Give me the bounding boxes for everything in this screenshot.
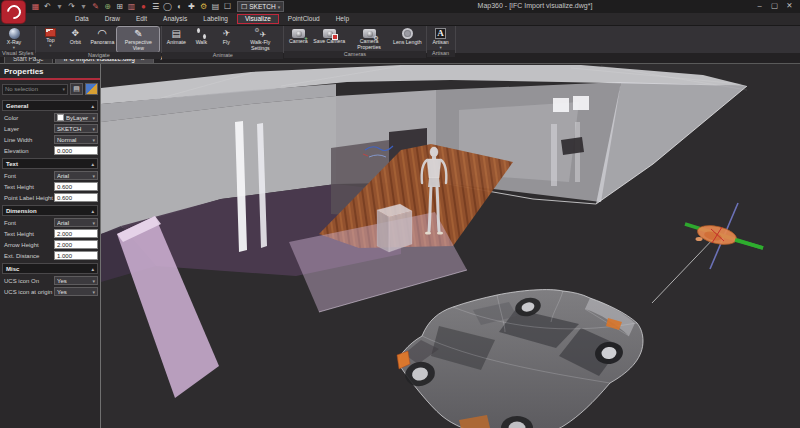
section-dimension: Dimension▴FontArial▾Text Height2.000Arro… xyxy=(0,205,100,261)
field-text-height: Text Height2.000 xyxy=(0,228,100,239)
viewport-canvas[interactable] xyxy=(101,64,800,428)
field-input-text-height[interactable]: 0.600 xyxy=(54,182,98,191)
window-title: Map360 - [IFC Import visualize.dwg*] xyxy=(340,2,730,9)
ribbon-button-walk-fly-settings[interactable]: Walk-Fly Settings xyxy=(239,27,281,52)
field-dropdown-ucs-icon-on[interactable]: Yes▾ xyxy=(54,276,98,285)
layer-box-icon[interactable]: ☐ xyxy=(222,1,233,12)
field-dropdown-font[interactable]: Arial▾ xyxy=(54,218,98,227)
wireframe-car[interactable] xyxy=(397,290,643,428)
ribbon-group-label-navigate: Navigate xyxy=(36,52,161,59)
ribbon-button-perspective-view[interactable]: Perspective View xyxy=(117,27,159,52)
perspective-pencil-icon xyxy=(133,28,144,39)
ribbon: X-Ray▾Visual StylesTop▾OrbitPanoramaPers… xyxy=(0,26,800,53)
settings-gear-icon[interactable]: ⚙ xyxy=(198,1,209,12)
minimize-icon[interactable]: – xyxy=(752,0,767,12)
selection-dropdown-value: No selection xyxy=(5,86,38,92)
section-header-text[interactable]: Text▴ xyxy=(2,158,98,169)
menu-tab-draw[interactable]: Draw xyxy=(98,15,127,24)
menu-tab-data[interactable]: Data xyxy=(68,15,96,24)
maximize-icon[interactable]: ▢ xyxy=(767,0,782,12)
ucs-axis-gizmo[interactable] xyxy=(652,203,763,303)
redo-caret-icon[interactable]: ▾ xyxy=(78,1,89,12)
ribbon-button-top[interactable]: Top▾ xyxy=(38,27,62,52)
menu-tab-analysis[interactable]: Analysis xyxy=(156,15,194,24)
selection-toolbar xyxy=(70,83,98,95)
viewport[interactable] xyxy=(101,64,800,428)
menu-tab-visualize[interactable]: Visualize xyxy=(237,14,279,25)
field-input-elevation[interactable]: 0.000 xyxy=(54,146,98,155)
ribbon-button-walk[interactable]: Walk xyxy=(189,27,213,52)
save-icon[interactable]: ▦ xyxy=(30,1,41,12)
record-icon[interactable]: ● xyxy=(138,1,149,12)
ribbon-button-fly[interactable]: Fly xyxy=(214,27,238,52)
field-color: ColorByLayer▾ xyxy=(0,112,100,123)
close-icon[interactable]: ✕ xyxy=(782,0,797,12)
window-controls: – ▢ ✕ xyxy=(752,0,797,12)
field-dropdown-color[interactable]: ByLayer▾ xyxy=(54,113,98,122)
chevron-down-icon: ▾ xyxy=(92,137,95,143)
fly-plane-icon xyxy=(221,28,232,39)
ribbon-button-lens-length[interactable]: Lens Length xyxy=(391,27,424,51)
selection-dropdown[interactable]: No selection ▾ xyxy=(2,84,68,95)
field-point-label-height: Point Label Height0.600 xyxy=(0,192,100,203)
redo-icon[interactable]: ↷ xyxy=(66,1,77,12)
field-input-point-label-height[interactable]: 0.600 xyxy=(54,193,98,202)
ribbon-button-animate[interactable]: Animate xyxy=(164,27,188,52)
import-grid-icon[interactable]: ⊞ xyxy=(114,1,125,12)
menu-tab-pointcloud[interactable]: PointCloud xyxy=(281,15,327,24)
chevron-down-icon: ▾ xyxy=(92,278,95,284)
camera-save-icon xyxy=(323,29,336,38)
animate-film-icon xyxy=(171,28,182,39)
ribbon-group-cameras: CameraSave CameraCamera PropertiesLens L… xyxy=(284,26,426,53)
section-header-dimension[interactable]: Dimension▴ xyxy=(2,205,98,216)
list-icon[interactable]: ☰ xyxy=(150,1,161,12)
undo-icon[interactable]: ↶ xyxy=(42,1,53,12)
ribbon-button-artisan[interactable]: Artisan▾ xyxy=(429,27,453,50)
orbit-icon xyxy=(70,28,81,39)
section-header-general[interactable]: General▴ xyxy=(2,100,98,111)
color-palette-icon[interactable] xyxy=(85,83,98,95)
contrast-icon[interactable]: ◐ xyxy=(174,1,185,12)
circle-tool-icon[interactable]: ◯ xyxy=(162,1,173,12)
field-dropdown-line-width[interactable]: Normal▾ xyxy=(54,135,98,144)
clipboard-icon[interactable]: ▤ xyxy=(210,1,221,12)
ribbon-button-x-ray[interactable]: X-Ray▾ xyxy=(2,27,26,50)
field-input-arrow-height[interactable]: 2.000 xyxy=(54,240,98,249)
logo-ring-icon xyxy=(4,2,24,22)
collapse-icon[interactable]: ▴ xyxy=(91,103,94,109)
ribbon-button-orbit[interactable]: Orbit xyxy=(63,27,87,52)
ribbon-group-artisan: Artisan▾Artisan xyxy=(427,26,456,53)
selection-list-icon[interactable] xyxy=(70,83,83,95)
field-dropdown-font[interactable]: Arial▾ xyxy=(54,171,98,180)
ribbon-button-save-camera[interactable]: Save Camera xyxy=(311,27,347,51)
ribbon-button-camera[interactable]: Camera xyxy=(286,27,310,51)
field-dropdown-layer[interactable]: SKETCH▾ xyxy=(54,124,98,133)
camera-add-icon xyxy=(292,29,305,38)
storage-box[interactable] xyxy=(377,204,412,252)
map360-logo-icon[interactable] xyxy=(2,1,25,23)
properties-sections: General▴ColorByLayer▾LayerSKETCH▾Line Wi… xyxy=(0,100,100,297)
field-font: FontArial▾ xyxy=(0,170,100,181)
ribbon-group-animate: AnimateWalkFlyWalk-Fly SettingsAnimate xyxy=(162,26,284,53)
section-header-misc[interactable]: Misc▴ xyxy=(2,263,98,274)
chevron-down-icon: ▾ xyxy=(62,86,65,92)
sketch-pencil-icon[interactable]: ✎ xyxy=(90,1,101,12)
ribbon-button-camera-properties[interactable]: Camera Properties xyxy=(348,27,390,51)
field-input-text-height[interactable]: 2.000 xyxy=(54,229,98,238)
field-input-ext-distance[interactable]: 1.000 xyxy=(54,251,98,260)
menu-tab-help[interactable]: Help xyxy=(329,15,356,24)
ribbon-button-panorama[interactable]: Panorama xyxy=(88,27,116,52)
layer-dropdown[interactable]: ☐SKETCH▾ xyxy=(237,1,284,12)
center-target-icon[interactable]: ⊕ xyxy=(102,1,113,12)
collapse-icon[interactable]: ▴ xyxy=(91,266,94,272)
menu-tabs: DataDrawEditAnalysisLabelingVisualizePoi… xyxy=(0,13,800,26)
menu-tab-labeling[interactable]: Labeling xyxy=(196,15,235,24)
collapse-icon[interactable]: ▴ xyxy=(91,208,94,214)
field-dropdown-ucs-icon-at-origin[interactable]: Yes▾ xyxy=(54,287,98,296)
table-icon[interactable]: ▥ xyxy=(126,1,137,12)
add-icon[interactable]: ✚ xyxy=(186,1,197,12)
collapse-icon[interactable]: ▴ xyxy=(91,161,94,167)
field-layer: LayerSKETCH▾ xyxy=(0,123,100,134)
menu-tab-edit[interactable]: Edit xyxy=(129,15,154,24)
undo-caret-icon[interactable]: ▾ xyxy=(54,1,65,12)
